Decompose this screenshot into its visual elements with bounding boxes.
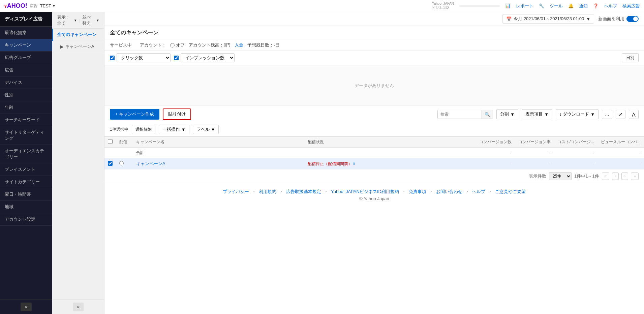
sidebar-item-site-retargeting[interactable]: サイトリターゲティング <box>0 126 52 145</box>
ad-label: 広告 <box>30 3 37 8</box>
th-status: 配信状況 <box>304 137 476 148</box>
sidebar-item-schedule[interactable]: 曜日・時間帯 <box>0 188 52 201</box>
new-screen-label: 新画面を利用 <box>598 16 624 22</box>
filter-chevron-icon[interactable]: ▼ <box>74 19 77 22</box>
footer-help-link[interactable]: ヘルプ <box>472 189 485 195</box>
footer-feedback-link[interactable]: ご意見やご要望 <box>495 189 526 195</box>
paste-button[interactable]: 貼り付け <box>163 108 191 120</box>
calendar-icon: 📅 <box>506 17 512 22</box>
sidebar-item-device[interactable]: デバイス <box>0 76 52 89</box>
sidebar-dark: ディスプレイ広告 最適化提案 キャンペーン 広告グループ 広告 デバイス 性別 … <box>0 12 52 314</box>
download-button[interactable]: ↓ ダウンロード ▼ <box>556 109 599 119</box>
th-check <box>104 137 116 148</box>
sidebar-campaign-a[interactable]: ▶ キャンペーンA <box>52 41 104 52</box>
report-link[interactable]: レポート <box>516 3 533 9</box>
sidebar-item-ad[interactable]: 広告 <box>0 64 52 76</box>
row-checkbox[interactable] <box>108 161 113 166</box>
sidebar-item-site-category[interactable]: サイトカテゴリー <box>0 176 52 188</box>
display-items-button[interactable]: 表示項目 ▼ <box>522 109 552 119</box>
bulk-operation-button[interactable]: 一括操作 ▼ <box>159 125 189 134</box>
expand-button[interactable]: ⤢ <box>616 110 625 119</box>
summary-cost-conv: - <box>554 148 597 158</box>
off-radio[interactable] <box>170 43 175 48</box>
sidebar-item-adgroup[interactable]: 広告グループ <box>0 52 52 64</box>
sub-header-right: 📅 今月 2021/06/01～2021/06/23 01:00 ▼ 新画面を利… <box>502 14 639 24</box>
metric2-select[interactable]: インプレッション数 <box>181 53 235 62</box>
footer-terms-link[interactable]: 利用規約 <box>259 189 276 195</box>
row-delivery-radio[interactable] <box>119 161 124 165</box>
help-link[interactable]: ヘルプ <box>604 3 617 9</box>
per-page-select[interactable]: 25件 50件 100件 <box>549 172 572 180</box>
footer-contact-link[interactable]: お問い合わせ <box>436 189 462 195</box>
create-campaign-button[interactable]: + キャンペーン作成 <box>110 109 159 120</box>
metric1-checkbox[interactable] <box>110 56 115 60</box>
daily-button[interactable]: 日別 <box>622 53 639 62</box>
search-button[interactable]: 🔍 <box>482 110 493 119</box>
summary-label: 合計 <box>133 148 304 158</box>
account-label: アカウント： <box>140 42 166 48</box>
collapse-toolbar-button[interactable]: ⋀ <box>629 110 639 119</box>
sidebar-light-spacer <box>52 52 104 300</box>
sidebar-item-region[interactable]: 地域 <box>0 201 52 213</box>
footer-privacy-link[interactable]: プライバシー <box>223 189 249 195</box>
campaign-name-link[interactable]: キャンペーンA <box>136 161 165 166</box>
date-selector[interactable]: 📅 今月 2021/06/01～2021/06/23 01:00 ▼ <box>502 14 594 24</box>
off-radio-label[interactable]: オフ <box>170 42 185 48</box>
service-status: サービス中 <box>110 42 132 48</box>
split-button[interactable]: 分割 ▼ <box>496 109 518 119</box>
sidebar-item-audience-category[interactable]: オーディエンスカテゴリー <box>0 145 52 163</box>
th-view-conv: ビュースルーコンバ... <box>597 137 644 148</box>
delivery-status-text: 配信停止（配信期間前） <box>308 161 352 166</box>
main-content: 📅 今月 2021/06/01～2021/06/23 01:00 ▼ 新画面を利… <box>104 12 644 314</box>
chart-toolbar: クリック数 インプレッション数 日別 <box>104 51 644 65</box>
notification-link[interactable]: 通知 <box>579 3 588 9</box>
sort-chevron-icon[interactable]: ▼ <box>96 19 99 22</box>
footer-ad-policy-link[interactable]: 広告取扱基本規定 <box>286 189 321 195</box>
sidebar-light: 表示：全て ▼ | 並べ替え ▼ 全てのキャンペーン ▶ キャンペーンA « <box>52 12 104 314</box>
sidebar-item-search-keyword[interactable]: サーチキーワード <box>0 114 52 126</box>
status-info-icon[interactable]: ℹ <box>353 161 355 166</box>
new-screen-toggle-switch[interactable] <box>626 16 639 22</box>
sidebar-item-gender[interactable]: 性別 <box>0 89 52 101</box>
page-footer: プライバシー ・ 利用規約 ・ 広告取扱基本規定 ・ Yahoo! JAPANビ… <box>104 183 644 207</box>
test-dropdown[interactable]: TEST ▼ <box>40 3 56 8</box>
filter-label: 表示：全て <box>57 14 72 26</box>
next-page-button[interactable]: › <box>621 172 628 180</box>
sidebar-item-account-settings[interactable]: アカウント設定 <box>0 213 52 226</box>
first-page-button[interactable]: « <box>602 172 610 180</box>
footer-bizid-link[interactable]: Yahoo! JAPANビジネスID利用規約 <box>331 189 399 195</box>
tool-link[interactable]: ツール <box>550 3 563 9</box>
footer-sep-1: ・ <box>252 189 256 195</box>
table-toolbar: + キャンペーン作成 貼り付け 🔍 分割 ▼ 表示項目 ▼ ↓ ダウンロード ▼… <box>104 106 644 123</box>
metric1-select[interactable]: クリック数 <box>117 53 171 62</box>
sidebar-item-age[interactable]: 年齢 <box>0 101 52 114</box>
metric2-checkbox[interactable] <box>174 56 179 60</box>
campaigns-table: 配信 キャンペーン名 配信状況 コンバージョン数 コンバージョン率 コスト/コン… <box>104 136 644 169</box>
business-id-label: Yahoo! JAPANビジネスID <box>432 2 454 10</box>
search-ads-link[interactable]: 検索広告 <box>622 3 640 9</box>
sidebar-filter-bar: 表示：全て ▼ | 並べ替え ▼ <box>52 12 104 29</box>
business-name[interactable] <box>459 5 500 7</box>
prev-page-button[interactable]: ‹ <box>612 172 619 180</box>
sidebar-item-optimization[interactable]: 最適化提案 <box>0 27 52 39</box>
deposit-link[interactable]: 入金 <box>235 42 243 48</box>
footer-sep-7: ・ <box>488 189 492 195</box>
sidebar-light-collapse-button[interactable]: « <box>73 303 84 311</box>
sidebar-item-campaign[interactable]: キャンペーン <box>0 39 52 52</box>
copyright-text: © Yahoo Japan <box>110 196 639 201</box>
display-items-label: 表示項目 <box>525 111 543 117</box>
footer-disclaimer-link[interactable]: 免責事項 <box>409 189 426 195</box>
sidebar-all-campaigns[interactable]: 全てのキャンペーン <box>52 29 104 41</box>
label-button[interactable]: ラベル ▼ <box>193 125 219 134</box>
last-page-button[interactable]: » <box>631 172 639 180</box>
row-check <box>104 158 116 169</box>
search-input[interactable] <box>438 110 482 118</box>
summary-view-conv: - <box>597 148 644 158</box>
more-button[interactable]: … <box>602 110 612 119</box>
footer-sep-6: ・ <box>465 189 469 195</box>
deselect-button[interactable]: 選択解除 <box>132 125 155 134</box>
sidebar-item-placement[interactable]: プレイスメント <box>0 163 52 176</box>
select-all-checkbox[interactable] <box>108 139 113 144</box>
sidebar-dark-collapse-button[interactable]: « <box>21 303 32 311</box>
summary-status <box>304 148 476 158</box>
